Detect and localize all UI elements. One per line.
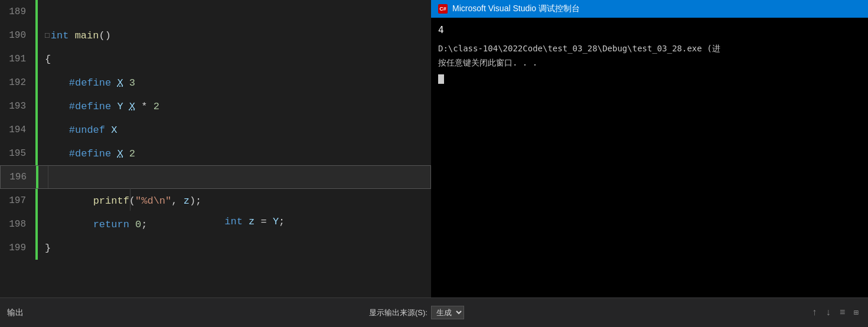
code-line-197: 197 printf("%d\n", z); — [0, 189, 431, 212]
green-bar-189 — [35, 0, 38, 24]
line-number-198: 198 — [0, 219, 35, 230]
code-line-191: 191 { — [0, 47, 431, 71]
code-line-190: 190 □int main() — [0, 24, 431, 47]
line-number-199: 199 — [0, 243, 35, 253]
code-content-194: #undef X — [43, 125, 431, 136]
code-content-198: return 0; — [43, 219, 431, 230]
code-line-195: 195 #define X 2 — [0, 142, 431, 165]
green-bar-195 — [35, 142, 38, 165]
debug-output-number: 4 — [438, 22, 861, 38]
green-bar-194 — [35, 118, 38, 142]
green-bar-197 — [35, 189, 38, 212]
code-content-190: □int main() — [43, 30, 431, 41]
green-bar-193 — [35, 94, 38, 118]
debug-path: D:\class-104\2022Code\test_03_28\Debug\t… — [438, 44, 720, 53]
code-content-193: #define Y X * 2 — [43, 101, 431, 112]
debug-titlebar: C# Microsoft Visual Studio 调试控制台 — [431, 0, 868, 18]
debug-console: C# Microsoft Visual Studio 调试控制台 4 D:\cl… — [431, 0, 868, 297]
debug-console-title: Microsoft Visual Studio 调试控制台 — [452, 4, 580, 14]
green-bar-198 — [35, 212, 38, 236]
code-content-197: printf("%d\n", z); — [43, 195, 431, 207]
line-number-196: 196 — [1, 172, 36, 182]
line-number-192: 192 — [0, 77, 35, 88]
line-number-194: 194 — [0, 125, 35, 135]
code-line-189: 189 — [0, 0, 431, 24]
line-number-193: 193 — [0, 101, 35, 112]
toolbar-btn-up[interactable]: ↑ — [810, 306, 820, 319]
debug-close-prompt-line: 按任意键关闭此窗口. . . — [438, 55, 861, 70]
toolbar-btn-list[interactable]: ≡ — [837, 306, 848, 319]
toolbar-btn-grid[interactable]: ⊞ — [851, 306, 861, 319]
code-lines: 189 190 □int main() 191 { 192 — [0, 0, 431, 297]
code-line-193: 193 #define Y X * 2 — [0, 94, 431, 118]
code-content-191: { — [43, 54, 431, 65]
code-editor: 189 190 □int main() 191 { 192 — [0, 0, 431, 297]
debug-cursor — [438, 74, 444, 84]
green-bar-192 — [35, 71, 38, 94]
debug-close-prompt: 按任意键关闭此窗口. . . — [438, 58, 537, 67]
line-number-191: 191 — [0, 54, 35, 64]
green-bar-191 — [35, 47, 38, 71]
code-content-195: #define X 2 — [43, 148, 431, 159]
debug-path-line: D:\class-104\2022Code\test_03_28\Debug\t… — [438, 41, 861, 55]
code-content-199: } — [43, 243, 431, 254]
code-line-194: 194 #undef X — [0, 118, 431, 142]
green-bar-199 — [35, 236, 38, 260]
bottom-toolbar: ↑ ↓ ≡ ⊞ — [810, 306, 861, 319]
green-bar-190 — [35, 24, 38, 47]
output-label: 输出 — [7, 308, 24, 318]
line-number-195: 195 — [0, 148, 35, 159]
code-line-192: 192 #define X 3 — [0, 71, 431, 94]
green-bar-196 — [36, 166, 38, 188]
code-content-196: int z = Y; — [43, 166, 430, 188]
output-source-select[interactable]: 生成 — [431, 306, 464, 319]
code-line-199: 199 } — [0, 236, 431, 260]
output-source-area: 显示输出来源(S): 生成 — [369, 306, 464, 319]
debug-cursor-line — [438, 72, 861, 86]
output-source-label: 显示输出来源(S): — [369, 308, 428, 318]
line-number-190: 190 — [0, 30, 35, 41]
vs-icon: C# — [438, 4, 448, 14]
main-area: 189 190 □int main() 191 { 192 — [0, 0, 868, 297]
line-number-189: 189 — [0, 6, 35, 17]
bottom-bar: 输出 显示输出来源(S): 生成 ↑ ↓ ≡ ⊞ — [0, 297, 868, 327]
code-line-198: 198 return 0; — [0, 212, 431, 236]
debug-content: 4 D:\class-104\2022Code\test_03_28\Debug… — [431, 18, 868, 297]
code-line-196: 196 int z = Y; — [0, 165, 431, 189]
code-content-192: #define X 3 — [43, 77, 431, 89]
toolbar-btn-down[interactable]: ↓ — [823, 306, 834, 319]
line-number-197: 197 — [0, 195, 35, 206]
